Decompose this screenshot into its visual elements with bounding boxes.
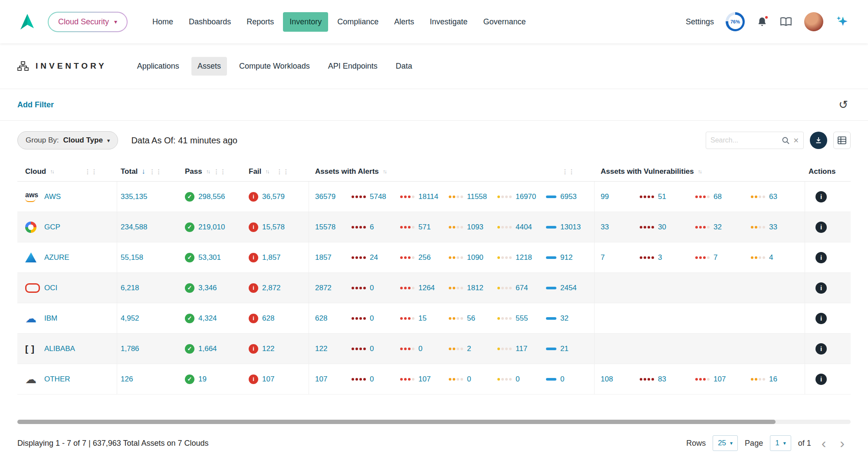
drag-handle-icon[interactable]: ⋮⋮ <box>276 168 289 175</box>
alerts-total-link[interactable]: 107 <box>315 375 352 384</box>
cloud-name-link[interactable]: AWS <box>44 192 61 201</box>
fail-count-link[interactable]: 1,857 <box>262 253 281 262</box>
sort-icon[interactable]: ↑↓ <box>265 169 269 175</box>
fail-count-link[interactable]: 122 <box>262 345 274 353</box>
alerts-medium-link[interactable]: 1093 <box>467 223 483 232</box>
user-avatar[interactable] <box>804 12 823 31</box>
row-info-icon[interactable]: i <box>815 374 827 385</box>
alerts-total-link[interactable]: 15578 <box>315 223 352 232</box>
alerts-critical-link[interactable]: 0 <box>370 345 374 353</box>
fail-count-link[interactable]: 36,579 <box>262 192 285 201</box>
vulns-high-link[interactable]: 107 <box>713 375 726 384</box>
drag-handle-icon[interactable]: ⋮⋮ <box>85 168 98 175</box>
row-info-icon[interactable]: i <box>815 252 827 263</box>
fail-count-link[interactable]: 107 <box>262 375 274 384</box>
alerts-total-link[interactable]: 1857 <box>315 253 352 262</box>
alerts-low-link[interactable]: 0 <box>516 375 519 384</box>
vulns-total-link[interactable]: 99 <box>601 192 640 201</box>
progress-ring[interactable]: 76% <box>726 12 745 31</box>
fail-count-link[interactable]: 628 <box>262 314 274 323</box>
vulns-critical-link[interactable]: 3 <box>658 253 662 262</box>
total-count-link[interactable]: 335,135 <box>121 192 147 201</box>
total-count-link[interactable]: 1,786 <box>121 345 139 353</box>
alerts-medium-link[interactable]: 56 <box>467 314 475 323</box>
tab-compute-workloads[interactable]: Compute Workloads <box>233 57 316 76</box>
nav-item-compliance[interactable]: Compliance <box>331 12 385 32</box>
alerts-medium-link[interactable]: 1812 <box>467 284 483 292</box>
rows-per-page-select[interactable]: 25 ▾ <box>713 435 738 451</box>
vulns-high-link[interactable]: 32 <box>713 223 722 232</box>
alerts-info-link[interactable]: 2454 <box>560 284 577 292</box>
cloud-name-link[interactable]: GCP <box>44 223 60 232</box>
vulns-high-link[interactable]: 7 <box>713 253 717 262</box>
pass-count-link[interactable]: 3,346 <box>198 284 217 292</box>
fail-count-link[interactable]: 15,578 <box>262 223 285 232</box>
nav-item-inventory[interactable]: Inventory <box>283 12 328 32</box>
vulns-high-link[interactable]: 68 <box>713 192 722 201</box>
tab-assets[interactable]: Assets <box>191 57 227 76</box>
vulns-medium-link[interactable]: 63 <box>769 192 777 201</box>
cloud-name-link[interactable]: AZURE <box>44 253 69 262</box>
pass-count-link[interactable]: 298,556 <box>198 192 225 201</box>
row-info-icon[interactable]: i <box>815 343 827 355</box>
download-button[interactable] <box>810 132 827 149</box>
search-input[interactable] <box>710 136 778 144</box>
cloud-name-link[interactable]: OTHER <box>44 375 70 384</box>
drag-handle-icon[interactable]: ⋮⋮ <box>562 168 575 175</box>
vulns-critical-link[interactable]: 51 <box>658 192 666 201</box>
vulns-total-link[interactable]: 33 <box>601 223 640 232</box>
vulns-total-link[interactable]: 108 <box>601 375 640 384</box>
group-by-dropdown[interactable]: Group By: Cloud Type ▾ <box>17 131 118 149</box>
row-info-icon[interactable]: i <box>815 282 827 294</box>
sort-icon[interactable]: ↑↓ <box>50 169 53 175</box>
sort-desc-icon[interactable]: ↓ <box>141 167 145 176</box>
docs-book-icon[interactable] <box>779 16 792 27</box>
alerts-critical-link[interactable]: 5748 <box>370 192 386 201</box>
pass-count-link[interactable]: 219,010 <box>198 223 225 232</box>
vulns-total-link[interactable]: 7 <box>601 253 640 262</box>
alerts-high-link[interactable]: 107 <box>418 375 431 384</box>
pass-count-link[interactable]: 19 <box>198 375 207 384</box>
alerts-high-link[interactable]: 18114 <box>418 192 438 201</box>
alerts-high-link[interactable]: 256 <box>418 253 431 262</box>
alerts-low-link[interactable]: 117 <box>516 345 527 353</box>
alerts-medium-link[interactable]: 1090 <box>467 253 483 262</box>
fail-count-link[interactable]: 2,872 <box>262 284 281 292</box>
pass-count-link[interactable]: 4,324 <box>198 314 217 323</box>
row-info-icon[interactable]: i <box>815 222 827 233</box>
clear-search-icon[interactable]: ✕ <box>793 136 799 145</box>
nav-item-dashboards[interactable]: Dashboards <box>182 12 237 32</box>
alerts-low-link[interactable]: 674 <box>516 284 528 292</box>
tab-data[interactable]: Data <box>390 57 418 76</box>
nav-item-home[interactable]: Home <box>146 12 180 32</box>
alerts-info-link[interactable]: 0 <box>560 375 564 384</box>
column-settings-button[interactable] <box>833 132 851 149</box>
vulns-critical-link[interactable]: 83 <box>658 375 666 384</box>
nav-item-governance[interactable]: Governance <box>477 12 532 32</box>
tab-applications[interactable]: Applications <box>131 57 185 76</box>
alerts-high-link[interactable]: 1264 <box>418 284 435 292</box>
search-icon[interactable] <box>782 136 790 145</box>
alerts-low-link[interactable]: 555 <box>516 314 528 323</box>
alerts-critical-link[interactable]: 0 <box>370 314 374 323</box>
alerts-info-link[interactable]: 32 <box>560 314 569 323</box>
sort-icon[interactable]: ↑↓ <box>206 169 210 175</box>
row-info-icon[interactable]: i <box>815 313 827 324</box>
sort-icon[interactable]: ↑↓ <box>383 169 386 175</box>
pass-count-link[interactable]: 53,301 <box>198 253 221 262</box>
alerts-total-link[interactable]: 36579 <box>315 192 352 201</box>
alerts-critical-link[interactable]: 6 <box>370 223 374 232</box>
alerts-high-link[interactable]: 0 <box>418 345 422 353</box>
drag-handle-icon[interactable]: ⋮⋮ <box>214 168 227 175</box>
alerts-low-link[interactable]: 1218 <box>516 253 532 262</box>
alerts-critical-link[interactable]: 24 <box>370 253 378 262</box>
alerts-low-link[interactable]: 4404 <box>516 223 532 232</box>
row-info-icon[interactable]: i <box>815 191 827 202</box>
vulns-medium-link[interactable]: 33 <box>769 223 777 232</box>
alerts-info-link[interactable]: 21 <box>560 345 569 353</box>
total-count-link[interactable]: 126 <box>121 375 133 384</box>
total-count-link[interactable]: 234,588 <box>121 223 147 232</box>
sort-icon[interactable]: ↑↓ <box>698 169 701 175</box>
horizontal-scrollbar-thumb[interactable] <box>17 420 776 424</box>
cloud-name-link[interactable]: OCI <box>44 284 57 292</box>
